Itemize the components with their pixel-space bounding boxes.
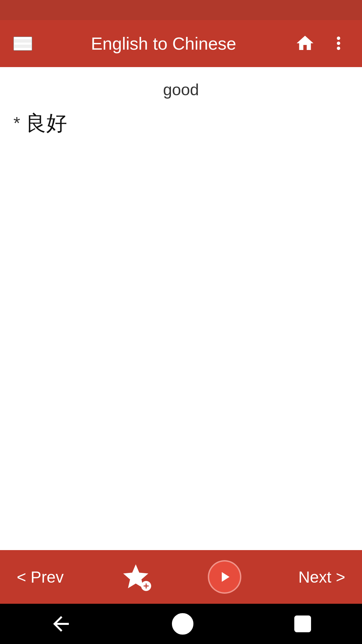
- hamburger-line-3: [14, 48, 32, 50]
- android-recents-icon: [293, 614, 313, 634]
- svg-point-0: [173, 614, 192, 634]
- more-options-button[interactable]: [328, 33, 349, 54]
- translation-entry: * 良好: [13, 109, 349, 137]
- prev-button[interactable]: < Prev: [17, 568, 64, 586]
- hamburger-line-2: [14, 43, 32, 45]
- status-bar: [0, 0, 362, 20]
- play-button[interactable]: [208, 560, 241, 594]
- svg-rect-1: [295, 616, 310, 632]
- app-bar: English to Chinese: [0, 20, 362, 67]
- add-circle-icon: [140, 580, 152, 592]
- next-button[interactable]: Next >: [298, 568, 345, 586]
- more-vert-icon: [328, 33, 349, 53]
- android-recents-button[interactable]: [293, 614, 313, 634]
- translation-chinese: 良好: [25, 109, 67, 137]
- android-home-icon: [171, 612, 194, 636]
- app-bar-left: [13, 37, 32, 51]
- android-back-button[interactable]: [49, 612, 73, 636]
- app-bar-title: English to Chinese: [32, 34, 295, 54]
- play-icon: [216, 569, 233, 585]
- home-icon: [295, 33, 315, 53]
- bottom-bar: < Prev Next >: [0, 550, 362, 604]
- english-word: good: [13, 80, 349, 99]
- android-nav-bar: [0, 604, 362, 644]
- menu-button[interactable]: [13, 37, 32, 51]
- hamburger-line-1: [14, 37, 32, 39]
- android-home-button[interactable]: [171, 612, 194, 636]
- app-bar-right: [295, 33, 349, 54]
- favorite-button[interactable]: [121, 562, 151, 592]
- translation-bullet: *: [13, 113, 20, 133]
- home-button[interactable]: [295, 33, 315, 54]
- main-content: good * 良好: [0, 67, 362, 550]
- back-icon: [49, 612, 73, 636]
